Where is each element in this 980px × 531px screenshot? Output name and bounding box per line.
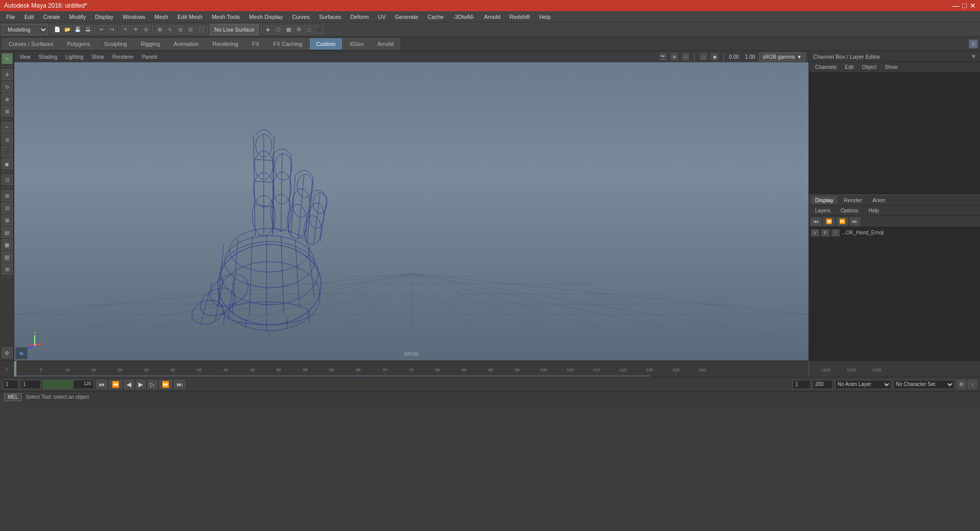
go-start-btn[interactable]: ⏮ bbox=[96, 380, 107, 389]
snap-together-btn[interactable]: ⊞ bbox=[2, 190, 13, 201]
lasso-btn[interactable]: ⊙ bbox=[141, 25, 151, 34]
undo-btn[interactable]: ↩ bbox=[97, 25, 106, 34]
render-scene-btn[interactable]: ◈ bbox=[263, 25, 273, 34]
tab-sculpting[interactable]: Sculpting bbox=[97, 38, 134, 50]
range-end-field[interactable] bbox=[813, 380, 833, 389]
rotate-tool-btn[interactable]: ↻ bbox=[2, 81, 13, 92]
tab-xgen[interactable]: XGen bbox=[342, 38, 370, 50]
srgb-indicator[interactable]: sRGB gamma ▼ bbox=[759, 53, 805, 61]
tab-fx-caching[interactable]: FX Caching bbox=[266, 38, 309, 50]
vp-icon-smooth[interactable]: ◼ bbox=[711, 53, 718, 60]
close-btn[interactable]: ✕ bbox=[970, 2, 976, 10]
tab-render[interactable]: Render bbox=[840, 196, 866, 204]
vp-menu-shading[interactable]: Shading bbox=[37, 53, 60, 61]
cb-close-btn[interactable]: ✕ bbox=[971, 53, 976, 60]
vp-icon-cam[interactable]: 📷 bbox=[659, 53, 667, 60]
snap-grid-btn[interactable]: ⊞ bbox=[155, 25, 164, 34]
play-forward-btn[interactable]: ▶ bbox=[136, 380, 145, 389]
cb-tab-channels[interactable]: Channels bbox=[812, 63, 840, 71]
sub-tab-layers[interactable]: Layers bbox=[812, 207, 834, 214]
tab-anim[interactable]: Anim bbox=[868, 196, 889, 204]
create-joint-btn[interactable]: ⊟ bbox=[2, 202, 13, 213]
tab-rigging[interactable]: Rigging bbox=[134, 38, 166, 50]
tab-fx[interactable]: FX bbox=[246, 38, 266, 50]
maximize-btn[interactable]: □ bbox=[963, 2, 967, 10]
snap-point-btn[interactable]: ◎ bbox=[176, 25, 185, 34]
new-file-btn[interactable]: 📄 bbox=[53, 25, 62, 34]
vp-menu-view[interactable]: View bbox=[17, 53, 33, 61]
menu-surfaces[interactable]: Surfaces bbox=[315, 13, 345, 21]
move-mode-btn[interactable]: ✛ bbox=[131, 25, 140, 34]
menu-help[interactable]: Help bbox=[535, 13, 555, 21]
layers-prev-btn[interactable]: ⏮ bbox=[811, 218, 821, 226]
blend-btn[interactable]: ◉ bbox=[2, 158, 13, 170]
scale-tool-btn[interactable]: ⊕ bbox=[2, 93, 13, 105]
vp-icon-grid[interactable]: ⊞ bbox=[671, 53, 678, 60]
anim-layer-select[interactable]: No Anim Layer bbox=[835, 380, 891, 389]
wrap-btn[interactable]: ⊞ bbox=[2, 263, 13, 275]
menu-mesh-tools[interactable]: Mesh Tools bbox=[208, 13, 244, 21]
tab-custom[interactable]: Custom bbox=[310, 38, 342, 50]
tab-curves-surfaces[interactable]: Curves / Surfaces bbox=[2, 38, 60, 50]
ik-handle-btn[interactable]: ⊠ bbox=[2, 214, 13, 226]
vp-icon-obj[interactable]: ⬡ bbox=[682, 53, 689, 60]
srgb-dropdown-icon[interactable]: ▼ bbox=[797, 54, 802, 60]
lattice-btn[interactable]: ▧ bbox=[2, 251, 13, 262]
transport-audio-btn[interactable]: ♪ bbox=[968, 380, 977, 389]
menu-mesh-display[interactable]: Mesh Display bbox=[245, 13, 287, 21]
cb-tab-edit[interactable]: Edit bbox=[842, 63, 856, 71]
layers-next-btn[interactable]: ⏩ bbox=[837, 218, 848, 226]
select-tool-btn[interactable]: ↖ bbox=[2, 53, 13, 64]
prev-key-btn[interactable]: ⏪ bbox=[109, 380, 122, 389]
menu-uv[interactable]: UV bbox=[374, 13, 389, 21]
snap-curve-btn[interactable]: ∿ bbox=[165, 25, 175, 34]
transport-settings-btn[interactable]: ⚙ bbox=[957, 380, 966, 389]
menu-file[interactable]: File bbox=[2, 13, 19, 21]
minimize-btn[interactable]: — bbox=[952, 2, 960, 10]
render-seq-btn[interactable]: ▦ bbox=[284, 25, 293, 34]
layer-vis-p[interactable]: P bbox=[821, 229, 829, 236]
menu-modify[interactable]: Modify bbox=[65, 13, 90, 21]
tab-animation[interactable]: Animation bbox=[167, 38, 205, 50]
last-tool-btn[interactable]: ⊞ bbox=[2, 106, 13, 117]
show-manip-btn[interactable]: ⊡ bbox=[2, 174, 13, 185]
save-as-btn[interactable]: 🗳 bbox=[83, 25, 92, 34]
menu-edit-mesh[interactable]: Edit Mesh bbox=[174, 13, 207, 21]
skin-btn[interactable]: ▤ bbox=[2, 227, 13, 238]
sub-tab-help[interactable]: Help bbox=[865, 207, 882, 214]
step-back-btn[interactable]: ◀ bbox=[124, 380, 134, 389]
menu-windows[interactable]: Windows bbox=[118, 13, 150, 21]
menu-edit[interactable]: Edit bbox=[20, 13, 38, 21]
select-mode-btn[interactable]: ↖ bbox=[121, 25, 130, 34]
menu-cache[interactable]: Cache bbox=[424, 13, 448, 21]
vp-menu-panels[interactable]: Panels bbox=[140, 53, 160, 61]
paint-btn[interactable]: ⬛ bbox=[2, 146, 13, 157]
vp-menu-renderer[interactable]: Renderer bbox=[110, 53, 136, 61]
soft-mod-btn[interactable]: ~ bbox=[2, 122, 13, 133]
cb-tab-object[interactable]: Object bbox=[859, 63, 880, 71]
vp-menu-lighting[interactable]: Lighting bbox=[63, 53, 85, 61]
window-controls[interactable]: — □ ✕ bbox=[952, 2, 976, 10]
ipr-render-btn[interactable]: ⬡ bbox=[274, 25, 283, 34]
layers-next2-btn[interactable]: ⏭ bbox=[850, 218, 860, 226]
save-file-btn[interactable]: 💾 bbox=[73, 25, 82, 34]
tab-arnold[interactable]: Arnold bbox=[371, 38, 401, 50]
vp-icon-wire[interactable]: ◻ bbox=[700, 53, 707, 60]
menu-3dtoa[interactable]: -3DtoAll- bbox=[449, 13, 479, 21]
workspace-pin-btn[interactable]: ⊙ bbox=[969, 39, 978, 49]
tab-rendering[interactable]: Rendering bbox=[206, 38, 245, 50]
character-set-select[interactable]: No Character Set bbox=[893, 380, 954, 389]
sculpt-btn[interactable]: ⊘ bbox=[2, 134, 13, 145]
menu-create[interactable]: Create bbox=[39, 13, 64, 21]
snap-surface-btn[interactable]: ⬚ bbox=[196, 25, 205, 34]
vp-menu-show[interactable]: Show bbox=[89, 53, 106, 61]
tab-polygons[interactable]: Polygons bbox=[60, 38, 96, 50]
modeling-dropdown[interactable]: Modeling bbox=[2, 24, 48, 35]
menu-redshift[interactable]: Redshift bbox=[505, 13, 534, 21]
hypershade-btn[interactable]: ◌ bbox=[304, 25, 313, 34]
timeline-ruler[interactable]: 5 10 15 20 25 30 35 40 45 50 55 60 65 70… bbox=[14, 361, 808, 377]
tab-display[interactable]: Display bbox=[811, 196, 838, 204]
current-frame-field[interactable] bbox=[20, 380, 41, 389]
menu-display[interactable]: Display bbox=[91, 13, 117, 21]
cluster-btn[interactable]: ▦ bbox=[2, 239, 13, 250]
